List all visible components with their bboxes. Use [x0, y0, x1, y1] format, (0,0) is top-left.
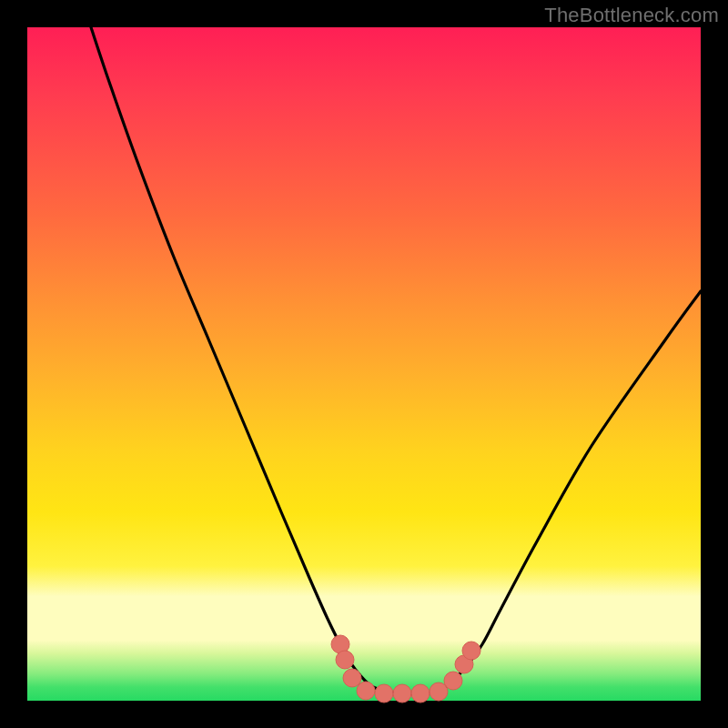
highlight-node: [444, 672, 462, 690]
highlight-node: [336, 651, 354, 669]
chart-frame: TheBottleneck.com: [0, 0, 728, 728]
watermark-text: TheBottleneck.com: [544, 4, 719, 27]
plot-area: [27, 27, 701, 701]
highlight-nodes: [331, 635, 480, 703]
highlight-node: [375, 684, 393, 703]
highlight-node: [393, 684, 411, 703]
highlight-node: [411, 684, 430, 703]
bottleneck-curve: [91, 27, 701, 694]
curve-layer: [27, 27, 701, 701]
highlight-node: [357, 682, 375, 700]
highlight-node: [343, 669, 361, 687]
highlight-node: [462, 642, 480, 660]
